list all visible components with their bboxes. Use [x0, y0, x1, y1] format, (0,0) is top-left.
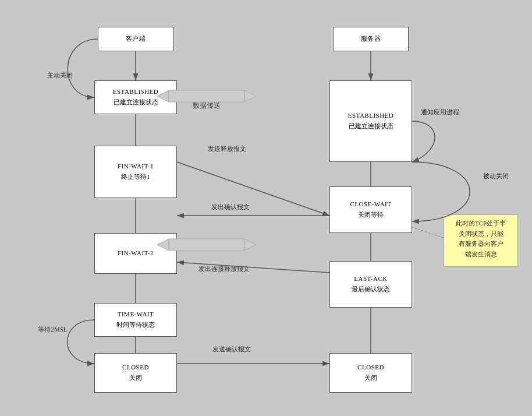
label-notify-app: 通知应用进程	[417, 108, 463, 117]
box-server-top: 服务器	[333, 27, 409, 51]
server-established-eng: ESTABLISHED	[348, 111, 394, 121]
box-last-ack: LAST-ACK 最后确认状态	[329, 261, 412, 308]
label-active-close: 主动关闭	[40, 71, 80, 80]
box-fin-wait-2: FIN-WAIT-2	[94, 233, 177, 274]
box-server-closed: CLOSED 关闭	[329, 353, 412, 393]
client-established-eng: ESTABLISHED	[113, 87, 159, 97]
label-data-transfer-mid: 数据传送	[207, 238, 254, 246]
note-text: 此时的TCP处于半关闭状态，只能有服务器向客户端发生消息	[456, 220, 506, 258]
label-send-fin2: 发出连接释放报文	[192, 265, 256, 273]
box-time-wait: TIME-WAIT 时间等待状态	[94, 303, 177, 337]
label-send-ack2: 发送确认报文	[203, 345, 261, 354]
box-server-established: ESTABLISHED 已建立连接状态	[329, 80, 412, 162]
label-send-ack: 发出确认报文	[201, 203, 260, 211]
svg-line-13	[412, 227, 444, 238]
fin-wait2-eng: FIN-WAIT-2	[118, 248, 154, 259]
box-client-top: 客户端	[98, 27, 173, 51]
close-wait-eng: CLOSE-WAIT	[350, 199, 392, 210]
label-send-fin: 发送释放报文	[198, 144, 256, 153]
last-ack-chn: 最后确认状态	[352, 284, 390, 295]
client-closed-chn: 关闭	[129, 373, 142, 383]
svg-rect-3	[169, 90, 244, 102]
server-top-label: 服务器	[361, 34, 381, 44]
fin-wait1-eng: FIN-WAIT-1	[118, 161, 154, 172]
time-wait-chn: 时间等待状态	[116, 320, 155, 330]
fin-wait1-chn: 终止等待1	[121, 172, 150, 182]
client-established-chn: 已建立连接状态	[114, 97, 158, 108]
arrows-svg: 数据传送	[0, 0, 532, 416]
last-ack-eng: LAST-ACK	[354, 274, 387, 284]
box-close-wait: CLOSE-WAIT 关闭等待	[329, 186, 412, 233]
client-closed-eng: CLOSED	[122, 362, 149, 373]
client-top-label: 客户端	[126, 34, 146, 44]
close-wait-chn: 关闭等待	[358, 210, 384, 220]
box-client-closed: CLOSED 关闭	[94, 353, 177, 393]
server-closed-eng: CLOSED	[357, 362, 384, 373]
label-passive-close: 被动关闭	[473, 172, 519, 181]
box-fin-wait-1: FIN-WAIT-1 终止等待1	[94, 146, 177, 198]
label-wait2msl: 等待2MSL	[34, 325, 72, 334]
diagram: 客户端 服务器 ESTABLISHED 已建立连接状态 ESTABLISHED …	[0, 0, 532, 416]
box-client-established: ESTABLISHED 已建立连接状态	[94, 80, 177, 114]
server-established-chn: 已建立连接状态	[349, 121, 393, 132]
svg-marker-4	[244, 90, 256, 102]
time-wait-eng: TIME-WAIT	[118, 309, 154, 320]
note-halfclose: 此时的TCP处于半关闭状态，只能有服务器向客户端发生消息	[444, 214, 518, 267]
server-closed-chn: 关闭	[364, 373, 377, 383]
svg-text:数据传送: 数据传送	[193, 101, 221, 110]
